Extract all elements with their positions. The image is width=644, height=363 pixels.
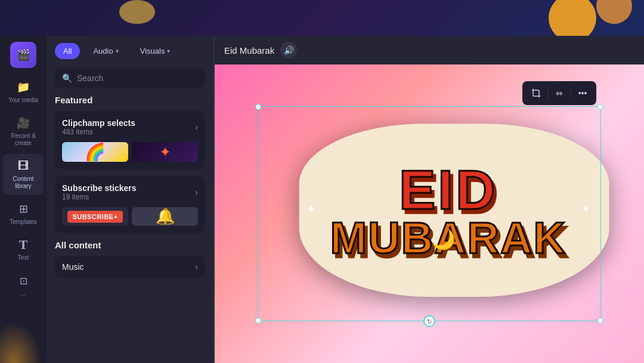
sidebar-label-templates: Templates: [10, 219, 37, 226]
star-right-icon: ✦: [581, 202, 590, 216]
music-row[interactable]: Music ›: [55, 256, 205, 278]
subscribe-card-header: Subscribe stickers 19 items ›: [62, 183, 198, 201]
templates-icon: ⊞: [16, 202, 30, 216]
search-input[interactable]: [77, 73, 198, 83]
clipchamp-title: Clipchamp selects: [62, 118, 135, 128]
folder-icon: 📁: [16, 80, 30, 94]
subscribe-stickers-card[interactable]: Subscribe stickers 19 items › SUBSCRIBE+…: [55, 176, 205, 233]
sidebar-item-record-create[interactable]: 🎥 Record &create: [3, 111, 44, 152]
subscribe-badge: SUBSCRIBE+: [67, 211, 122, 223]
text-icon: T: [16, 238, 30, 252]
subscribe-title: Subscribe stickers: [62, 183, 137, 193]
visuals-chevron-icon: ▾: [167, 48, 170, 54]
visuals-button[interactable]: Visuals ▾: [132, 43, 179, 59]
clipchamp-thumbnails: 🌈 ✦: [62, 142, 198, 162]
content-library-icon: 🎞: [16, 159, 30, 173]
sidebar-label-your-media: Your media: [8, 97, 38, 104]
crop-button[interactable]: [527, 85, 545, 101]
float-divider: [547, 87, 548, 99]
music-chevron-icon: ›: [195, 262, 198, 272]
bell-icon: 🔔: [156, 207, 175, 226]
content-panel: All Audio ▾ Visuals ▾ 🔍 Featured Clipcha…: [47, 36, 213, 363]
more-icon: ⊡: [16, 273, 30, 288]
sparkle-icon: ✦: [159, 144, 171, 161]
toolbar: All Audio ▾ Visuals ▾: [47, 36, 213, 66]
more-options-button[interactable]: •••: [574, 85, 592, 101]
music-label: Music: [62, 262, 84, 272]
all-content-title: All content: [55, 240, 205, 250]
audio-chevron-icon: ▾: [116, 48, 119, 54]
eid-text-line1: EID: [330, 164, 566, 216]
subscribe-count: 19 items: [62, 193, 137, 201]
clipchamp-card-header: Clipchamp selects 483 items ›: [62, 118, 198, 136]
title-icon[interactable]: 🔊: [280, 42, 297, 59]
sidebar-item-content-library[interactable]: 🎞 Contentlibrary: [3, 154, 44, 195]
thumbnail-subscribe: SUBSCRIBE+: [62, 207, 128, 226]
search-icon: 🔍: [62, 73, 72, 83]
sidebar-label-content-library: Contentlibrary: [13, 176, 33, 190]
thumbnail-bells: 🔔: [132, 207, 198, 226]
sidebar-item-more[interactable]: ⊡ ...: [3, 269, 44, 302]
crescent-moon-icon: 🌙: [432, 228, 456, 251]
resize-button[interactable]: ⇔: [550, 85, 568, 101]
top-deco-circle-left: [119, 0, 155, 24]
clipchamp-selects-card[interactable]: Clipchamp selects 483 items › 🌈 ✦: [55, 111, 205, 169]
title-bar: Eid Mubarak 🔊: [215, 36, 644, 64]
subscribe-thumbnails: SUBSCRIBE+ 🔔: [62, 207, 198, 226]
thumbnail-rainbow: 🌈: [62, 142, 128, 162]
sound-icon: 🔊: [284, 45, 294, 55]
sidebar: 🎬 📁 Your media 🎥 Record &create 🎞 Conten…: [0, 36, 47, 363]
subscribe-chevron-icon: ›: [195, 187, 198, 197]
thumbnail-dark: ✦: [132, 142, 198, 162]
sidebar-item-your-media[interactable]: 📁 Your media: [3, 75, 44, 109]
top-decoration-bar: [0, 0, 644, 36]
panel-scroll[interactable]: Featured Clipchamp selects 483 items › 🌈…: [47, 95, 213, 363]
rotate-handle[interactable]: ↻: [423, 315, 435, 327]
canvas-area: ⇔ ••• ✦ EID MUBARAK 🌙 ✦: [215, 64, 644, 363]
eid-sticker-content[interactable]: ✦ EID MUBARAK 🌙 ✦: [330, 164, 566, 260]
audio-button[interactable]: Audio ▾: [85, 43, 126, 59]
clipchamp-count: 483 items: [62, 128, 135, 136]
clipchamp-chevron-icon: ›: [195, 122, 198, 132]
project-title: Eid Mubarak: [224, 45, 274, 56]
sidebar-item-text[interactable]: T Text: [3, 233, 44, 266]
search-bar[interactable]: 🔍: [55, 69, 205, 88]
app-logo: 🎬: [10, 42, 36, 68]
star-left-icon: ✦: [306, 202, 315, 216]
sidebar-label-more: ...: [21, 290, 26, 297]
float-divider-2: [571, 87, 571, 99]
floating-toolbar: ⇔ •••: [522, 81, 596, 105]
main-container: 🎬 📁 Your media 🎥 Record &create 🎞 Conten…: [0, 36, 644, 363]
featured-section-title: Featured: [55, 95, 205, 105]
all-button[interactable]: All: [55, 43, 80, 59]
sidebar-label-text: Text: [18, 254, 29, 262]
camera-icon: 🎥: [16, 116, 30, 130]
sidebar-label-record-create: Record &create: [11, 133, 36, 147]
svg-rect-0: [533, 90, 539, 96]
sidebar-item-templates[interactable]: ⊞ Templates: [3, 197, 44, 230]
preview-container: Eid Mubarak 🔊: [215, 36, 644, 363]
